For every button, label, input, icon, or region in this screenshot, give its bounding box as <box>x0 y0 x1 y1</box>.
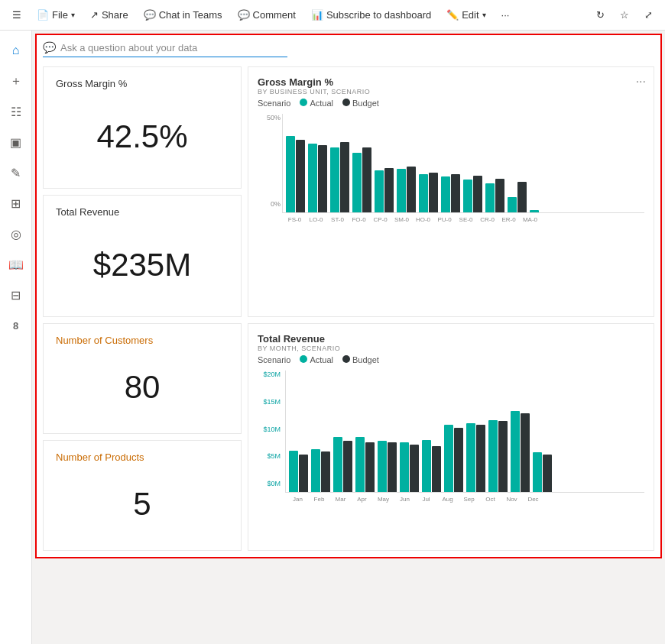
chart-total-revenue: Total Revenue BY MONTH, SCENARIO Scenari… <box>248 323 654 551</box>
chart-gross-margin-title: Gross Margin % <box>258 76 644 88</box>
kpi-total-revenue-title: Total Revenue <box>56 206 229 218</box>
dashboard-panel: 💬 Ask a question about your data Gross M… <box>35 34 662 558</box>
file-button[interactable]: 📄 File ▾ <box>31 6 81 24</box>
total-revenue-bar-chart <box>285 371 644 493</box>
kpi-total-revenue: Total Revenue $235M <box>43 195 242 317</box>
hamburger-button[interactable]: ☰ <box>6 6 28 24</box>
sidebar-list-icon[interactable]: ☷ <box>2 98 30 125</box>
share-icon: ↗ <box>90 9 99 21</box>
qa-icon: 💬 <box>43 41 56 53</box>
sidebar-home-icon[interactable]: ⌂ <box>2 37 30 64</box>
kpi-gross-margin-value: 42.5% <box>56 95 229 177</box>
bookmark-button[interactable]: ☆ <box>614 6 635 24</box>
sidebar-target-icon[interactable]: ◎ <box>2 220 30 248</box>
sidebar-book-icon[interactable]: 📖 <box>2 251 30 278</box>
chart-total-revenue-subtitle: BY MONTH, SCENARIO <box>258 345 644 352</box>
gross-margin-bar-chart <box>282 114 644 213</box>
kpi-customers-value: 80 <box>56 352 229 422</box>
qa-placeholder: Ask a question about your data <box>60 42 197 53</box>
chevron-down-icon: ▾ <box>482 11 486 19</box>
kpi-products: Number of Products 5 <box>43 440 242 551</box>
sidebar-grid-icon[interactable]: ▣ <box>2 128 30 156</box>
edit-button[interactable]: ✏️ Edit ▾ <box>440 6 491 24</box>
sidebar-collapse-icon[interactable]: ⊟ <box>2 281 30 309</box>
expand-icon: ⤢ <box>644 9 653 21</box>
kpi-customers-title: Number of Customers <box>56 335 229 346</box>
bookmark-icon: ☆ <box>620 9 629 21</box>
comment-icon: 💬 <box>238 9 250 21</box>
sidebar-edit-icon[interactable]: ✎ <box>2 159 30 186</box>
chart-total-revenue-title: Total Revenue <box>258 333 644 345</box>
x-axis-revenue: Jan Feb Mar Apr May Jun Jul Aug Sep Oct … <box>285 494 644 503</box>
chart-gross-margin-subtitle: BY BUSINESS UNIT, SCENARIO <box>258 88 644 95</box>
kpi-gross-margin: Gross Margin % 42.5% <box>43 66 242 189</box>
kpi-products-title: Number of Products <box>56 451 229 463</box>
x-axis-gross-margin: FS-0 LO-0 ST-0 FO-0 CP-0 SM-0 HO-0 PU-0 … <box>282 215 644 223</box>
main-layout: ⌂ ＋ ☷ ▣ ✎ ⊞ ◎ 📖 ⊟ 8 💬 Ask a question abo… <box>0 31 665 644</box>
chevron-down-icon: ▾ <box>71 11 75 19</box>
chat-in-teams-button[interactable]: 💬 Chat in Teams <box>138 6 229 24</box>
subscribe-icon: 📊 <box>311 9 323 21</box>
content-area: 💬 Ask a question about your data Gross M… <box>32 31 665 644</box>
kpi-total-revenue-value: $235M <box>56 224 229 306</box>
chart-gross-margin: Gross Margin % BY BUSINESS UNIT, SCENARI… <box>248 66 654 317</box>
more-button[interactable]: ··· <box>495 6 516 24</box>
kpi-products-value: 5 <box>56 469 229 539</box>
sidebar: ⌂ ＋ ☷ ▣ ✎ ⊞ ◎ 📖 ⊟ 8 <box>0 31 32 644</box>
sidebar-apps-icon[interactable]: ⊞ <box>2 189 30 217</box>
kpi-customers: Number of Customers 80 <box>43 323 242 434</box>
chart-more-button[interactable]: ··· <box>636 75 646 89</box>
sidebar-badge-icon[interactable]: 8 <box>2 312 30 339</box>
kpi-gross-margin-title: Gross Margin % <box>56 78 229 89</box>
expand-button[interactable]: ⤢ <box>638 6 659 24</box>
refresh-button[interactable]: ↻ <box>590 6 611 24</box>
toolbar: ☰ 📄 File ▾ ↗ Share 💬 Chat in Teams 💬 Com… <box>0 0 665 31</box>
edit-icon: ✏️ <box>446 9 459 21</box>
hamburger-icon: ☰ <box>12 9 21 21</box>
subscribe-button[interactable]: 📊 Subscribe to dashboard <box>305 6 437 24</box>
chart-legend: Scenario Actual Budget <box>258 99 644 108</box>
qa-bar[interactable]: 💬 Ask a question about your data <box>43 41 287 57</box>
chart2-legend: Scenario Actual Budget <box>258 355 644 364</box>
teams-icon: 💬 <box>144 9 156 21</box>
comment-button[interactable]: 💬 Comment <box>232 6 302 24</box>
refresh-icon: ↻ <box>596 9 605 21</box>
file-icon: 📄 <box>37 9 49 21</box>
sidebar-add-icon[interactable]: ＋ <box>2 67 30 95</box>
share-button[interactable]: ↗ Share <box>84 6 135 24</box>
